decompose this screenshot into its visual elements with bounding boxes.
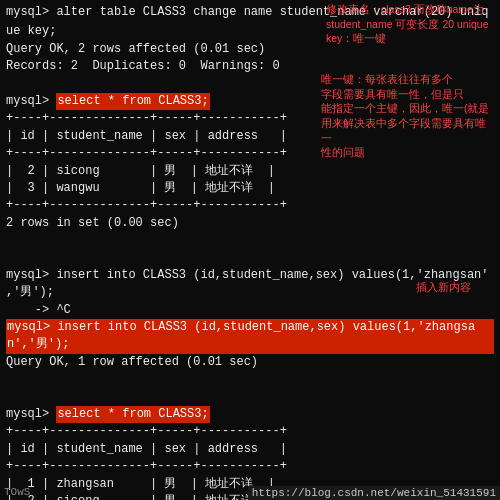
blank-5 bbox=[6, 389, 494, 406]
insert-complete-line: mysql> insert into CLASS3 (id,student_na… bbox=[6, 319, 494, 354]
select-cmd-1: select * from CLASS3; bbox=[56, 93, 209, 110]
sep-4: +----+--------------+-----+-----------+ bbox=[6, 423, 494, 440]
prompt-2: mysql> bbox=[6, 93, 56, 110]
table-header-2: | id | student_name | sex | address | bbox=[6, 441, 494, 458]
prompt-3: mysql> bbox=[6, 267, 56, 284]
footer-left-text: TOwS bbox=[4, 486, 30, 498]
records: Records: 2 Duplicates: 0 Warnings: 0 bbox=[6, 58, 280, 75]
annotation-alter: 修改表名：class3 而改称name为student_name 可变长度 20… bbox=[326, 2, 496, 46]
insert-complete-cmd: mysql> insert into CLASS3 (id,student_na… bbox=[6, 319, 494, 354]
terminal-window: mysql> alter table CLASS3 change name st… bbox=[0, 0, 500, 500]
annotation-insert: 插入新内容 bbox=[416, 280, 496, 295]
table-row-1a: | 2 | sicong | 男 | 地址不详 | bbox=[6, 163, 494, 180]
prompt-1: mysql> bbox=[6, 4, 56, 21]
result-1: 2 rows in set (0.00 sec) bbox=[6, 215, 494, 232]
insert-cmd-incomplete-2: ,'男'); bbox=[6, 284, 54, 301]
select-cmd-2: select * from CLASS3; bbox=[56, 406, 209, 423]
arrow-c: -> ^C bbox=[6, 302, 494, 319]
prompt-4: mysql> bbox=[6, 406, 56, 423]
blank-4 bbox=[6, 371, 494, 388]
table-row-1b: | 3 | wangwu | 男 | 地址不详 | bbox=[6, 180, 494, 197]
url-bar: https://blog.csdn.net/weixin_51431591 bbox=[248, 486, 500, 500]
ok-2: Query OK, 1 row affected (0.01 sec) bbox=[6, 354, 258, 371]
ok-line-2: Query OK, 1 row affected (0.01 sec) bbox=[6, 354, 494, 371]
blank-3 bbox=[6, 249, 494, 266]
cmd-1b: ue key; bbox=[6, 23, 56, 40]
arrow-c-text: -> ^C bbox=[6, 302, 71, 319]
annotation-unique: 唯一键：每张表往往有多个字段需要具有唯一性，但是只能指定一个主键，因此，唯一(就… bbox=[321, 72, 496, 160]
blank-2 bbox=[6, 232, 494, 249]
sep-5: +----+--------------+-----+-----------+ bbox=[6, 458, 494, 475]
ok-1: Query OK, 2 rows affected (0.01 sec) bbox=[6, 41, 265, 58]
sep-3: +----+--------------+-----+-----------+ bbox=[6, 197, 494, 214]
select-line-2: mysql> select * from CLASS3; bbox=[6, 406, 494, 423]
